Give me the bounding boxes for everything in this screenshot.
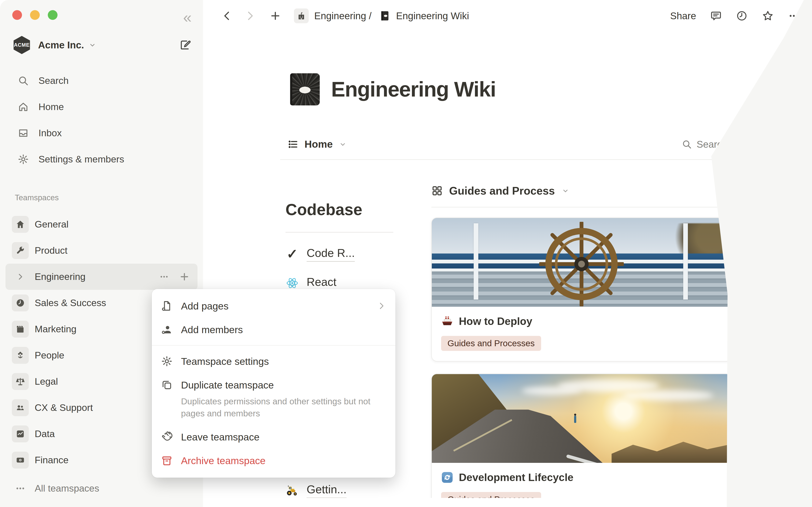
sidebar-item-all-teamspaces[interactable]: All teamspaces bbox=[5, 475, 198, 502]
new-page-icon[interactable] bbox=[269, 10, 281, 22]
menu-item-label: Archive teamspace bbox=[181, 455, 266, 466]
window-controls bbox=[12, 10, 57, 20]
view-tabbar: Home Search bbox=[288, 138, 727, 150]
updates-clock-icon[interactable] bbox=[736, 10, 748, 22]
search-icon bbox=[18, 75, 29, 86]
minimize-window-button[interactable] bbox=[30, 10, 40, 20]
chevron-right-icon[interactable] bbox=[12, 273, 29, 281]
card-development-lifecycle[interactable]: Development Lifecycle Guides and Process… bbox=[432, 374, 732, 498]
page-add-icon bbox=[161, 300, 172, 312]
menu-item-add-members[interactable]: Add members bbox=[152, 318, 395, 341]
teamspace-building-icon[interactable] bbox=[294, 8, 309, 23]
menu-item-add-pages[interactable]: Add pages bbox=[152, 294, 395, 318]
page-search-button[interactable]: Search bbox=[682, 138, 727, 150]
back-icon[interactable] bbox=[221, 10, 233, 21]
gallery-grid-icon bbox=[432, 185, 443, 196]
zoom-window-button[interactable] bbox=[48, 10, 57, 20]
ship-wheel-photo bbox=[432, 218, 731, 307]
codebase-links: ✓ Code R... React bbox=[286, 246, 412, 291]
page-search-label: Search bbox=[697, 138, 727, 150]
teamspace-label: Engineering bbox=[35, 271, 86, 282]
wrench-icon bbox=[12, 242, 29, 259]
card-body: Development Lifecycle Guides and Process… bbox=[432, 463, 731, 498]
card-tag: Guides and Processes bbox=[441, 492, 541, 498]
workspace-name: Acme Inc. bbox=[38, 39, 84, 51]
workspace-switcher[interactable]: ACME Acme Inc. bbox=[0, 36, 203, 54]
cycle-icon bbox=[441, 471, 453, 484]
sidebar-item-product[interactable]: Product bbox=[5, 237, 198, 264]
link-getting-started[interactable]: Gettin... bbox=[286, 483, 347, 498]
sidebar-item-label: Search bbox=[39, 75, 69, 86]
list-view-icon bbox=[288, 139, 299, 150]
add-page-plus-icon[interactable] bbox=[179, 271, 190, 282]
archive-icon bbox=[161, 455, 172, 466]
row-controls bbox=[159, 271, 190, 282]
share-button[interactable]: Share bbox=[670, 10, 696, 21]
codebase-divider bbox=[286, 232, 393, 233]
chevron-down-icon bbox=[339, 140, 347, 149]
teamspace-label: Product bbox=[35, 245, 67, 256]
card-body: How to Deploy Guides and Processes bbox=[432, 307, 731, 361]
comment-icon[interactable] bbox=[710, 10, 722, 22]
compose-icon[interactable] bbox=[179, 39, 191, 51]
notebook-page-icon[interactable] bbox=[290, 73, 320, 105]
link-label: React bbox=[307, 275, 337, 291]
flower-icon bbox=[12, 347, 29, 364]
gallery-header[interactable]: Guides and Process bbox=[432, 184, 732, 197]
sidebar-nav: Search Home Inbox Settings & members bbox=[0, 68, 203, 172]
gallery-heading: Guides and Process bbox=[449, 184, 555, 197]
menu-item-duplicate-teamspace[interactable]: Duplicate teamspace bbox=[152, 373, 395, 397]
topbar: Engineering / Engineering Wiki Share bbox=[203, 0, 812, 32]
teamspace-label: General bbox=[35, 219, 68, 230]
menu-item-label: Add pages bbox=[181, 300, 229, 312]
teamspace-label: Sales & Success bbox=[35, 297, 106, 308]
codebase-heading: Codebase bbox=[286, 200, 412, 219]
menu-item-label: Leave teamspace bbox=[181, 431, 259, 443]
link-code-review[interactable]: ✓ Code R... bbox=[286, 246, 412, 262]
menu-item-label: Add members bbox=[181, 324, 243, 335]
sidebar-item-label: Home bbox=[39, 101, 64, 112]
menu-divider bbox=[152, 345, 395, 346]
card-tag: Guides and Processes bbox=[441, 336, 541, 351]
ship-icon bbox=[441, 315, 453, 327]
submenu-chevron-icon bbox=[377, 301, 386, 311]
inbox-icon bbox=[18, 128, 29, 138]
teamspace-label: CX & Support bbox=[35, 402, 93, 413]
card-title: How to Deploy bbox=[459, 315, 532, 327]
card-how-to-deploy[interactable]: How to Deploy Guides and Processes bbox=[432, 218, 732, 361]
teamspace-context-menu: Add pages Add members Teamspace settings… bbox=[152, 289, 395, 477]
link-react[interactable]: React bbox=[286, 275, 412, 291]
menu-item-leave-teamspace[interactable]: Leave teamspace bbox=[152, 425, 395, 449]
forward-icon[interactable] bbox=[245, 10, 255, 21]
teamspaces-section-label: Teamspaces bbox=[15, 193, 59, 202]
page-title: Engineering Wiki bbox=[331, 77, 496, 101]
breadcrumb-teamspace[interactable]: Engineering / bbox=[314, 10, 371, 21]
sidebar-item-home[interactable]: Home bbox=[0, 94, 203, 120]
sidebar-item-inbox[interactable]: Inbox bbox=[0, 120, 203, 146]
link-label: Gettin... bbox=[307, 483, 347, 498]
menu-item-label: Teamspace settings bbox=[181, 355, 269, 367]
sidebar-item-search[interactable]: Search bbox=[0, 68, 203, 94]
storefront-icon bbox=[12, 321, 29, 338]
more-options-icon[interactable] bbox=[788, 10, 800, 22]
teamspace-label: Data bbox=[35, 429, 55, 439]
house-icon bbox=[12, 216, 29, 233]
breadcrumb-page[interactable]: Engineering Wiki bbox=[396, 10, 469, 21]
topbar-actions: Share bbox=[670, 10, 800, 22]
close-window-button[interactable] bbox=[12, 10, 22, 20]
tab-home[interactable]: Home bbox=[288, 138, 347, 150]
menu-item-archive-teamspace[interactable]: Archive teamspace bbox=[152, 449, 395, 472]
sidebar-item-general[interactable]: General bbox=[5, 211, 198, 237]
gallery-divider bbox=[432, 207, 732, 208]
sunset-road-photo bbox=[432, 374, 731, 463]
sidebar-item-settings[interactable]: Settings & members bbox=[0, 146, 203, 172]
favorite-star-icon[interactable] bbox=[762, 10, 774, 22]
sidebar-item-engineering[interactable]: Engineering bbox=[5, 264, 198, 290]
ellipsis-icon bbox=[12, 483, 29, 494]
more-options-icon[interactable] bbox=[159, 271, 169, 282]
sidebar-item-label: Settings & members bbox=[39, 154, 124, 165]
workspace-logo: ACME bbox=[13, 36, 31, 54]
collapse-sidebar-icon[interactable]: « bbox=[183, 10, 192, 25]
react-icon bbox=[286, 277, 299, 290]
menu-item-teamspace-settings[interactable]: Teamspace settings bbox=[152, 349, 395, 373]
